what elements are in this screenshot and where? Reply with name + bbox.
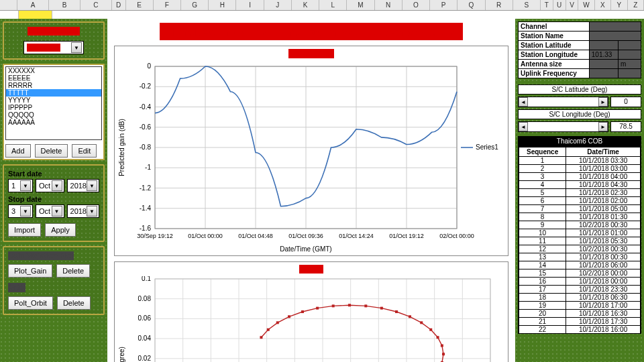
table-row[interactable]: 1910/1/2018 17:00 (519, 302, 641, 310)
table-row[interactable]: 510/1/2018 02:30 (519, 189, 641, 197)
svg-text:-0.4: -0.4 (140, 103, 152, 110)
svg-text:Date/Time (GMT): Date/Time (GMT) (280, 245, 331, 253)
table-row[interactable]: 310/1/2018 04:00 (519, 173, 641, 181)
list-item[interactable]: YYYYY (6, 97, 101, 104)
start-day[interactable]: 1▼ (8, 179, 33, 192)
delete-orbit-button[interactable]: Delete (57, 296, 91, 310)
svg-text:-1: -1 (145, 164, 151, 171)
apply-button[interactable]: Apply (45, 223, 76, 237)
table-row[interactable]: 1110/1/2018 05:30 (519, 237, 641, 245)
satellite-listbox[interactable]: XXXXXXEEEEERRRRRTTTTTYYYYYIPPPPPQQQQQAAA… (5, 66, 102, 140)
svg-rect-72 (409, 315, 411, 318)
cob-table-wrap[interactable]: SequenceDate/Time110/1/2018 03:30210/1/2… (518, 146, 641, 334)
svg-text:-1.4: -1.4 (140, 204, 152, 211)
table-row[interactable]: 210/1/2018 03:00 (519, 165, 641, 173)
table-row[interactable]: 710/1/2018 05:00 (519, 205, 641, 213)
list-item[interactable]: XXXXXX (6, 67, 101, 74)
import-button[interactable]: Import (8, 223, 41, 237)
table-row[interactable]: 2110/1/2018 17:30 (519, 318, 641, 326)
table-row[interactable]: 1210/2/2018 00:30 (519, 245, 641, 253)
table-row[interactable]: 1010/1/2018 01:00 (519, 229, 641, 237)
list-item[interactable]: RRRRR (6, 82, 101, 89)
svg-text:0: 0 (147, 62, 151, 70)
start-date-label: Start date (8, 170, 99, 178)
table-row[interactable]: 1310/1/2018 00:30 (519, 253, 641, 261)
svg-rect-69 (364, 304, 367, 307)
lon-value: 78.5 (610, 121, 641, 132)
lat-slider[interactable]: ◄ ► (518, 97, 608, 107)
list-item[interactable]: IPPPPP (6, 104, 101, 111)
add-button[interactable]: Add (5, 144, 31, 158)
svg-rect-77 (442, 353, 445, 355)
start-year[interactable]: 2018▼ (67, 179, 99, 192)
svg-rect-64 (288, 315, 290, 318)
table-row[interactable]: 1810/1/2018 06:30 (519, 294, 641, 302)
svg-rect-67 (332, 304, 335, 307)
right-panel: ChannelStation NameStation LatitudeStati… (515, 19, 644, 362)
table-row[interactable]: 2310/1/2018 18:00 (519, 334, 641, 335)
left-panel: Select Satellite xxxxxxxxx ▼ XXXXXXEEEEE… (0, 19, 107, 362)
row-highlight (0, 11, 644, 19)
delete-gain-button[interactable]: Delete (56, 264, 90, 278)
start-month[interactable]: Oct▼ (36, 179, 64, 192)
table-row[interactable]: 1610/1/2018 00:00 (519, 278, 641, 286)
table-row[interactable]: 1710/1/2018 23:30 (519, 286, 641, 294)
center-panel: Thaicom6 Antenna Gain Variation & COB xx… (107, 19, 515, 362)
arrow-left-icon[interactable]: ◄ (519, 122, 528, 131)
svg-rect-75 (437, 336, 439, 339)
table-row[interactable]: 2210/1/2018 16:00 (519, 326, 641, 334)
svg-text:-0.6: -0.6 (140, 123, 152, 130)
stop-month[interactable]: Oct▼ (36, 204, 64, 218)
svg-rect-65 (301, 310, 304, 313)
table-row[interactable]: 110/1/2018 03:30 (519, 157, 641, 165)
list-item[interactable]: AAAAAA (6, 119, 101, 126)
svg-text:Predicted gain (dB): Predicted gain (dB) (118, 119, 125, 176)
table-row[interactable]: 1410/1/2018 06:00 (519, 261, 641, 269)
svg-rect-68 (348, 304, 351, 306)
svg-text:-1.2: -1.2 (140, 184, 152, 191)
svg-rect-63 (276, 321, 279, 324)
svg-text:-0.8: -0.8 (140, 143, 152, 151)
svg-text:0.02: 0.02 (138, 355, 152, 362)
list-item[interactable]: EEEEE (6, 74, 101, 82)
column-ruler: ABCDEFGHIJKLMNOPQRSTUVWXYZ (0, 0, 644, 11)
svg-rect-66 (316, 306, 319, 309)
svg-text:30/Sep 19:12: 30/Sep 19:12 (137, 233, 173, 239)
lat-slider-label: S/C Latitude (Deg) (518, 84, 641, 95)
cob-table: SequenceDate/Time110/1/2018 03:30210/1/2… (519, 147, 641, 334)
svg-text:0.04: 0.04 (138, 335, 152, 342)
table-row[interactable]: 810/1/2018 01:30 (519, 213, 641, 221)
lon-slider-label: S/C Longitude (Deg) (518, 109, 641, 119)
table-row[interactable]: 610/1/2018 02:00 (519, 197, 641, 205)
arrow-right-icon[interactable]: ► (598, 97, 608, 107)
table-row[interactable]: 910/2/2018 00:30 (519, 221, 641, 229)
stop-year[interactable]: 2018▼ (67, 204, 99, 218)
polt-orbit-button[interactable]: Polt_Orbit (8, 296, 53, 310)
svg-text:0.1: 0.1 (142, 276, 151, 282)
table-row[interactable]: 410/1/2018 04:30 (519, 181, 641, 189)
svg-text:egree): egree) (118, 347, 125, 362)
lon-slider[interactable]: ◄ ► (518, 121, 608, 132)
plot-gain-button[interactable]: Plot_Gain (8, 264, 52, 278)
svg-text:02/Oct 00:00: 02/Oct 00:00 (439, 233, 474, 239)
svg-text:-1.6: -1.6 (140, 225, 152, 232)
svg-rect-71 (395, 310, 398, 313)
delete-button[interactable]: Delete (35, 144, 68, 158)
svg-rect-76 (441, 344, 443, 347)
svg-rect-73 (420, 321, 423, 324)
select-satellite-label: Select Satellite (8, 27, 99, 36)
list-item[interactable]: QQQQQ (6, 111, 101, 119)
gain-chart: xxxxxxxxxxx 0-0.2-0.4-0.6-0.8-1-1.2-1.4-… (114, 46, 508, 255)
svg-text:01/Oct 14:24: 01/Oct 14:24 (339, 233, 374, 239)
table-row[interactable]: 1510/2/2018 00:00 (519, 269, 641, 278)
stop-day[interactable]: 3▼ (8, 204, 33, 218)
svg-text:Series1: Series1 (476, 143, 498, 151)
svg-text:0.08: 0.08 (138, 294, 152, 302)
table-row[interactable]: 2010/1/2018 16:30 (519, 310, 641, 318)
list-item[interactable]: TTTTT (6, 89, 101, 97)
edit-button[interactable]: Edit (72, 144, 97, 158)
arrow-right-icon[interactable]: ► (598, 122, 608, 131)
arrow-left-icon[interactable]: ◄ (519, 97, 528, 107)
svg-text:01/Oct 09:36: 01/Oct 09:36 (288, 233, 323, 239)
satellite-combo[interactable]: xxxxxxxxx ▼ (23, 41, 84, 54)
